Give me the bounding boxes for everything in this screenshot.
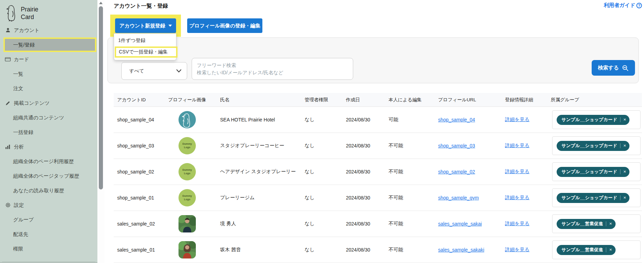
column-header-4: 作成日	[342, 97, 385, 103]
search-panel: すべて フリーワード検索 検索したいID/メールアドレス/氏名など 検索する	[107, 37, 639, 83]
profile-url-link[interactable]: sales_sample_sakaki	[438, 247, 484, 253]
details-link[interactable]: 詳細を見る	[505, 117, 530, 122]
sidebar-section-0[interactable]: アカウント	[0, 23, 97, 37]
account-id-cell: shop_sample_02	[114, 169, 165, 175]
accounts-table: アカウントIDプロフィール画像氏名管理者権限作成日本人による編集プロフィールUR…	[114, 93, 642, 263]
profile-url-link[interactable]: shop_sample_02	[438, 169, 475, 175]
profile-url-link[interactable]: sales_sample_sakai	[438, 221, 482, 227]
sidebar-item-4-0[interactable]: グループ	[0, 212, 97, 227]
name-cell: 坂木 茜音	[217, 247, 301, 253]
column-header-2: 氏名	[217, 97, 301, 103]
group-cell: サンプル__営業促進×	[547, 214, 642, 233]
sidebar-item-2-1[interactable]: 一括登録	[0, 125, 97, 139]
created-date-cell: 2024/08/30	[342, 247, 385, 253]
sidebar-section-4[interactable]: 設定	[0, 198, 97, 212]
sidebar-item-selected[interactable]: 一覧/登録	[3, 37, 96, 52]
account-id-cell: sales_sample_01	[114, 247, 165, 253]
group-remove-button[interactable]: ×	[606, 247, 612, 252]
group-cell: サンプル__ショップカード×	[547, 162, 642, 181]
name-cell: プレーリージム	[217, 195, 301, 201]
profile-image-button[interactable]: プロフィール画像の登録・編集	[187, 18, 262, 33]
group-tag-label: サンプル__営業促進	[562, 221, 603, 227]
group-remove-button[interactable]: ×	[620, 169, 626, 174]
details-cell: 詳細を見る	[502, 247, 547, 253]
filter-select[interactable]: すべて	[121, 62, 187, 80]
sidebar-section-label: 掲載コンテンツ	[14, 100, 50, 107]
sidebar-item-1-0[interactable]: 一覧	[0, 67, 97, 81]
self-edit-cell: 不可能	[385, 143, 435, 149]
menu-item-csv-bulk[interactable]: CSVで一括登録・編集	[116, 48, 176, 56]
table-header-row: アカウントIDプロフィール画像氏名管理者権限作成日本人による編集プロフィールUR…	[114, 93, 642, 107]
name-cell: ヘアデザイン スタジオプレーリー	[217, 169, 301, 175]
group-remove-button[interactable]: ×	[620, 195, 626, 200]
column-header-5: 本人による編集	[385, 97, 435, 103]
scrollbar-thumb[interactable]	[99, 6, 103, 189]
details-cell: 詳細を見る	[502, 221, 547, 227]
admin-permission-cell: なし	[301, 195, 342, 201]
search-button[interactable]: 検索する	[592, 60, 635, 76]
profile-url-link[interactable]: shop_sample_04	[438, 117, 475, 122]
sidebar-item-4-1[interactable]: 配送先	[0, 227, 97, 241]
chevron-down-icon	[176, 69, 181, 73]
details-link[interactable]: 詳細を見る	[505, 195, 530, 200]
group-remove-button[interactable]: ×	[620, 117, 626, 122]
sidebar-item-3-1[interactable]: 組織全体のページタップ履歴	[0, 169, 97, 183]
profile-url-cell: sales_sample_sakaki	[435, 247, 502, 253]
sidebar-item-3-2[interactable]: あなたの読み取り履歴	[0, 183, 97, 198]
table-row: sales_sample_02境 勇人なし2024/08/30不可能sales_…	[114, 211, 642, 237]
admin-permission-cell: なし	[301, 143, 342, 149]
group-box: サンプル__営業促進×	[552, 214, 641, 233]
search-input[interactable]: フリーワード検索 検索したいID/メールアドレス/氏名など	[192, 58, 353, 80]
penguin-logo-icon	[5, 4, 18, 23]
user-guide-link[interactable]: 利用者ガイド ?	[604, 2, 642, 9]
name-cell: スタジオプレーリーコーヒー	[217, 143, 301, 149]
sidebar-item-3-0[interactable]: 組織全体のページ利用履歴	[0, 154, 97, 169]
profile-url-link[interactable]: shop_sample_gym	[438, 195, 479, 201]
sidebar-section-2[interactable]: 掲載コンテンツ	[0, 96, 97, 110]
group-cell: サンプル__ショップカード×	[547, 110, 642, 129]
profile-url-link[interactable]: shop_sample_03	[438, 143, 475, 149]
name-cell: SEA HOTEL Prairie Hotel	[217, 117, 301, 122]
profile-image-cell	[165, 241, 217, 258]
profile-image-cell: DummyLogo	[165, 163, 217, 180]
sidebar-item-4-2[interactable]: 権限	[0, 241, 97, 256]
search-placeholder-line2: 検索したいID/メールアドレス/氏名など	[197, 69, 348, 76]
details-cell: 詳細を見る	[502, 117, 547, 123]
created-date-cell: 2024/08/30	[342, 143, 385, 149]
vertical-scrollbar[interactable]	[97, 0, 104, 263]
column-header-3: 管理者権限	[301, 97, 342, 103]
account-id-cell: sales_sample_02	[114, 221, 165, 227]
column-header-7: 登録情報詳細	[502, 97, 547, 103]
group-remove-button[interactable]: ×	[620, 143, 626, 148]
sidebar-item-2-0[interactable]: 組織共通のコンテンツ	[0, 110, 97, 125]
group-tag-label: サンプル__営業促進	[562, 247, 603, 253]
sidebar-section-1[interactable]: カード	[0, 52, 97, 67]
group-tag: サンプル__ショップカード×	[557, 115, 629, 125]
details-link[interactable]: 詳細を見る	[505, 247, 530, 252]
group-box: サンプル__ショップカード×	[552, 162, 641, 181]
scroll-up-arrow-icon[interactable]	[99, 2, 103, 4]
card-icon	[5, 57, 11, 62]
app-name: Prairie Card	[21, 6, 38, 21]
profile-image-cell	[165, 215, 217, 232]
new-account-button[interactable]: アカウント新規登録	[115, 18, 176, 33]
self-edit-cell: 不可能	[385, 169, 435, 175]
sidebar-section-label: 設定	[14, 202, 24, 209]
caret-down-icon	[168, 25, 172, 27]
avatar-photo-woman	[179, 241, 196, 258]
filter-selected-value: すべて	[129, 68, 144, 74]
table-row: shop_sample_02DummyLogoヘアデザイン スタジオプレーリーな…	[114, 159, 642, 185]
group-box: サンプル__ショップカード×	[552, 188, 641, 207]
menu-item-register-one[interactable]: 1件ずつ登録	[114, 35, 176, 46]
details-link[interactable]: 詳細を見る	[505, 221, 530, 226]
sidebar-section-label: アカウント	[14, 27, 40, 34]
sidebar-section-3[interactable]: 分析	[0, 139, 97, 154]
details-link[interactable]: 詳細を見る	[505, 169, 530, 174]
avatar-dummy-logo: DummyLogo	[179, 137, 196, 154]
details-link[interactable]: 詳細を見る	[505, 143, 530, 148]
name-cell: 境 勇人	[217, 221, 301, 227]
sidebar-item-1-1[interactable]: 注文	[0, 81, 97, 96]
group-remove-button[interactable]: ×	[606, 221, 612, 226]
main-content: アカウント一覧・登録 利用者ガイド ? アカウント新規登録 プロフィール画像の登…	[104, 0, 644, 263]
dummy-logo-text: Dummy	[182, 194, 192, 198]
